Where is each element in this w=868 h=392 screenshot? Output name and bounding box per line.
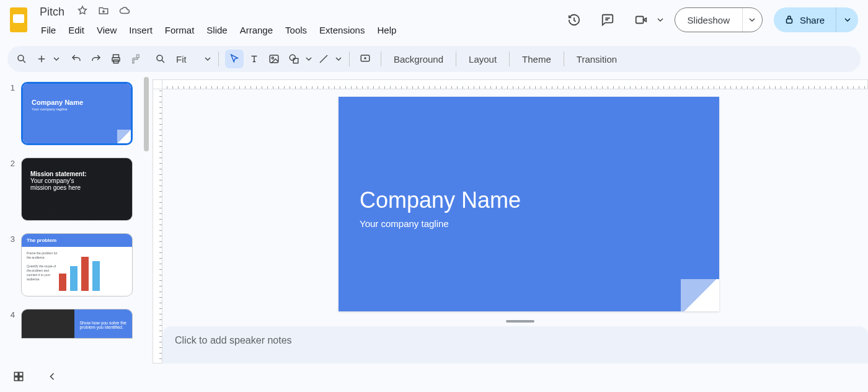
zoom-dropdown[interactable] <box>203 56 212 62</box>
slides-logo[interactable] <box>7 5 30 35</box>
toolbar-container: Fit Background Layout Theme Transition <box>0 43 868 72</box>
svg-rect-10 <box>270 55 278 63</box>
ruler-corner <box>153 79 162 89</box>
notes-resize-handle[interactable] <box>506 320 534 323</box>
slideshow-button-group: Slideshow <box>675 7 763 32</box>
line-tool[interactable] <box>314 50 333 68</box>
collapse-panel-icon[interactable] <box>46 370 58 385</box>
svg-rect-15 <box>14 372 18 376</box>
image-tool[interactable] <box>265 50 283 68</box>
grid-view-icon[interactable] <box>12 370 25 385</box>
layout-button[interactable]: Layout <box>463 50 503 68</box>
slide-title-text[interactable]: Company Name <box>360 187 521 213</box>
share-dropdown[interactable] <box>836 7 858 32</box>
thumb-line: Your company's <box>30 177 123 184</box>
footer-bar <box>0 363 868 392</box>
thumbnail-1[interactable]: Company Name Your company tagline <box>21 82 133 145</box>
slideshow-button[interactable]: Slideshow <box>675 8 742 32</box>
canvas-area: Company Name Your company tagline <box>153 72 868 363</box>
redo-button[interactable] <box>87 50 105 68</box>
separator <box>509 51 510 66</box>
new-slide-dropdown[interactable] <box>52 56 61 62</box>
cloud-status-icon[interactable] <box>119 5 130 19</box>
thumbnail-number: 4 <box>7 309 15 319</box>
transition-button[interactable]: Transition <box>570 50 623 68</box>
undo-button[interactable] <box>67 50 86 68</box>
meet-present-icon[interactable] <box>630 9 652 31</box>
menu-tools[interactable]: Tools <box>280 22 312 38</box>
zoom-value: Fit <box>172 54 201 65</box>
svg-point-11 <box>272 57 273 59</box>
slide-subtitle-text[interactable]: Your company tagline <box>360 218 449 229</box>
paint-format-button[interactable] <box>126 50 145 68</box>
separator <box>218 51 219 66</box>
menu-format[interactable]: Format <box>160 22 200 38</box>
background-button[interactable]: Background <box>388 50 450 68</box>
workspace: 1 Company Name Your company tagline 2 Mi… <box>0 72 868 363</box>
textbox-tool[interactable] <box>245 50 264 68</box>
ruler-vertical[interactable] <box>153 79 162 363</box>
thumb-line: Mission statement: <box>30 171 123 177</box>
thumbnail-4[interactable]: Show how you solve the problem you ident… <box>21 309 133 339</box>
star-icon[interactable] <box>77 5 88 19</box>
thumbnail-3[interactable]: The problem Frame the problem for the au… <box>21 233 133 296</box>
menu-slide[interactable]: Slide <box>202 22 232 38</box>
comment-add-button[interactable] <box>356 50 374 68</box>
share-button[interactable]: Share <box>774 7 836 32</box>
separator <box>564 51 564 66</box>
document-title[interactable]: Pitch <box>36 4 68 20</box>
menu-help[interactable]: Help <box>372 22 401 38</box>
svg-point-9 <box>157 55 162 61</box>
menu-bar: File Edit View Insert Format Slide Arran… <box>36 22 401 38</box>
history-icon[interactable] <box>563 9 585 31</box>
menu-view[interactable]: View <box>92 22 122 38</box>
menu-arrange[interactable]: Arrange <box>235 22 278 38</box>
thumb-line: mission goes here <box>30 184 123 191</box>
svg-rect-1 <box>14 15 24 22</box>
thumbnail-row: 1 Company Name Your company tagline <box>7 82 140 145</box>
thumbnail-number: 1 <box>7 82 15 92</box>
new-slide-button[interactable] <box>32 50 51 68</box>
zoom-control[interactable]: Fit <box>151 50 212 68</box>
move-icon[interactable] <box>98 5 109 19</box>
svg-point-5 <box>18 55 24 61</box>
slideshow-dropdown[interactable] <box>742 8 762 32</box>
speaker-notes[interactable]: Click to add speaker notes <box>162 326 868 363</box>
svg-rect-17 <box>14 377 18 381</box>
menu-insert[interactable]: Insert <box>124 22 157 38</box>
menu-extensions[interactable]: Extensions <box>314 22 370 38</box>
svg-rect-13 <box>293 58 298 63</box>
search-menus-button[interactable] <box>12 50 31 68</box>
separator <box>349 51 350 66</box>
menu-edit[interactable]: Edit <box>63 22 89 38</box>
comments-icon[interactable] <box>596 9 619 31</box>
thumb-body-text: Frame the problem for the audience. Quan… <box>27 251 58 282</box>
thumb-subtitle: Your company tagline <box>32 107 122 111</box>
ruler-horizontal[interactable] <box>161 79 868 89</box>
svg-rect-4 <box>786 19 792 24</box>
page-fold-icon <box>681 279 719 311</box>
thumbnail-number: 2 <box>7 158 15 168</box>
line-dropdown[interactable] <box>334 56 343 62</box>
header-actions: Slideshow Share <box>563 4 858 32</box>
separator <box>381 51 381 66</box>
title-area: Pitch File Edit View Insert Format Slide… <box>36 4 401 38</box>
theme-button[interactable]: Theme <box>516 50 557 68</box>
menu-file[interactable]: File <box>36 22 61 38</box>
thumb-text: Show how you solve the problem you ident… <box>74 310 132 338</box>
slide-panel: 1 Company Name Your company tagline 2 Mi… <box>0 72 153 363</box>
thumb-image <box>22 310 74 338</box>
thumb-header: The problem <box>22 234 132 247</box>
separator <box>456 51 456 66</box>
shape-dropdown[interactable] <box>304 56 313 62</box>
slide-panel-scrollbar[interactable] <box>144 77 149 151</box>
meet-present-dropdown[interactable] <box>657 14 663 25</box>
svg-rect-3 <box>636 17 643 24</box>
thumbnail-row: 3 The problem Frame the problem for the … <box>7 233 140 296</box>
shape-tool[interactable] <box>285 50 303 68</box>
thumb-title: Company Name <box>32 99 122 106</box>
slide-canvas[interactable]: Company Name Your company tagline <box>339 97 719 311</box>
print-button[interactable] <box>107 50 125 68</box>
thumbnail-2[interactable]: Mission statement: Your company's missio… <box>21 158 133 221</box>
select-tool[interactable] <box>225 50 244 68</box>
